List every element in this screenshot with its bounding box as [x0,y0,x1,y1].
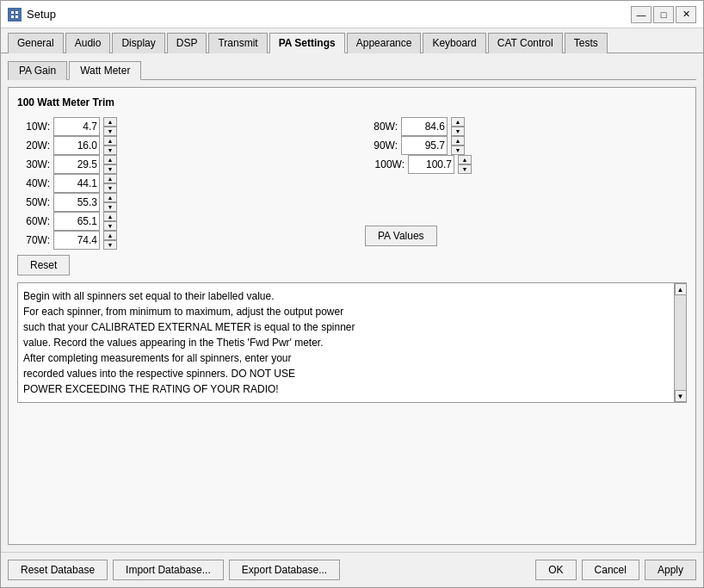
spinner-btns-50w: ▲ ▼ [103,193,117,212]
spinner-label-100w: 100W: [365,158,404,170]
pa-values-button[interactable]: PA Values [365,226,437,246]
instructions-line6: recorded values into the respective spin… [23,368,295,380]
ok-button[interactable]: OK [535,560,576,580]
close-button[interactable]: ✕ [676,6,696,23]
scrollbar-up-btn[interactable]: ▲ [675,283,687,295]
spinner-input-30w[interactable] [53,155,100,174]
watt-meter-panel: 100 Watt Meter Trim 10W: ▲ ▼ 20W: [8,87,696,545]
tab-pa-settings[interactable]: PA Settings [269,33,345,53]
spinners-col1: 10W: ▲ ▼ 20W: ▲ ▼ [17,117,339,250]
spinner-down-100w[interactable]: ▼ [458,164,472,174]
spinner-btns-40w: ▲ ▼ [103,174,117,193]
apply-button[interactable]: Apply [645,560,696,580]
tab-keyboard[interactable]: Keyboard [423,33,485,53]
spinner-row-70w: 70W: ▲ ▼ [17,231,339,250]
tab-audio[interactable]: Audio [65,33,111,53]
sub-tabs: PA Gain Watt Meter [8,60,696,80]
import-database-button[interactable]: Import Database... [113,560,224,580]
svg-rect-0 [9,9,20,20]
spinner-input-80w[interactable] [401,117,448,136]
app-icon [8,8,22,22]
svg-rect-2 [15,11,18,14]
cancel-button[interactable]: Cancel [582,560,639,580]
spinner-input-20w[interactable] [53,136,100,155]
instructions-line3: such that your CALIBRATED EXTERNAL METER… [23,321,355,333]
spinner-up-80w[interactable]: ▲ [451,117,465,127]
spinner-down-20w[interactable]: ▼ [103,145,117,155]
reset-database-button[interactable]: Reset Database [8,560,108,580]
spinner-input-60w[interactable] [53,212,100,231]
spinner-up-90w[interactable]: ▲ [451,136,465,145]
main-window: Setup — □ ✕ General Audio Display DSP Tr… [0,0,704,588]
spinner-up-40w[interactable]: ▲ [103,174,117,183]
tab-appearance[interactable]: Appearance [347,33,422,53]
spinner-down-90w[interactable]: ▼ [451,145,465,155]
spinners-col2: 80W: ▲ ▼ 90W: ▲ ▼ [365,117,687,250]
spinner-down-50w[interactable]: ▼ [103,202,117,212]
spinner-up-10w[interactable]: ▲ [103,117,117,127]
sub-tab-pa-gain[interactable]: PA Gain [8,61,67,80]
spinner-down-30w[interactable]: ▼ [103,164,117,174]
spinner-btns-90w: ▲ ▼ [451,136,465,155]
spinner-label-30w: 30W: [17,158,50,170]
spinner-label-20w: 20W: [17,139,50,152]
minimize-button[interactable]: — [631,6,652,23]
spinner-down-70w[interactable]: ▼ [103,240,117,250]
spinner-input-50w[interactable] [53,193,100,212]
spinner-down-60w[interactable]: ▼ [103,221,117,231]
spinner-input-40w[interactable] [53,174,100,193]
spinner-row-80w: 80W: ▲ ▼ [365,117,687,136]
reset-button[interactable]: Reset [17,255,70,275]
maximize-button[interactable]: □ [653,6,674,23]
tab-tests[interactable]: Tests [565,33,608,53]
tab-cat-control[interactable]: CAT Control [488,33,563,53]
content-area: PA Gain Watt Meter 100 Watt Meter Trim 1… [1,53,703,552]
spinner-btns-80w: ▲ ▼ [451,117,465,136]
spinner-btns-10w: ▲ ▼ [103,117,117,136]
spinner-label-70w: 70W: [17,234,50,246]
panel-title: 100 Watt Meter Trim [17,96,687,108]
spinner-up-20w[interactable]: ▲ [103,136,117,145]
instructions-text: Begin with all spinners set equal to the… [18,283,674,402]
spinner-input-70w[interactable] [53,231,100,250]
spinner-row-50w: 50W: ▲ ▼ [17,193,339,212]
spinner-input-90w[interactable] [401,136,448,155]
spinner-input-10w[interactable] [53,117,100,136]
spinner-btns-100w: ▲ ▼ [458,155,472,174]
spinner-up-70w[interactable]: ▲ [103,231,117,240]
spinner-label-60w: 60W: [17,215,50,227]
sub-tab-watt-meter[interactable]: Watt Meter [69,61,141,80]
main-tabs: General Audio Display DSP Transmit PA Se… [1,28,703,53]
instructions-line1: Begin with all spinners set equal to the… [23,290,275,302]
spinner-btns-20w: ▲ ▼ [103,136,117,155]
spinner-up-60w[interactable]: ▲ [103,212,117,221]
instructions-line2: For each spinner, from minimum to maximu… [23,306,343,318]
spinner-label-80w: 80W: [365,121,398,133]
spinner-down-40w[interactable]: ▼ [103,183,117,193]
spinner-up-100w[interactable]: ▲ [458,155,472,164]
spinner-btns-70w: ▲ ▼ [103,231,117,250]
spinner-up-30w[interactable]: ▲ [103,155,117,164]
spinner-row-100w: 100W: ▲ ▼ [365,155,687,174]
tab-transmit[interactable]: Transmit [208,33,267,53]
instructions-container: Begin with all spinners set equal to the… [17,282,687,403]
spinner-label-90w: 90W: [365,139,398,152]
spinner-row-30w: 30W: ▲ ▼ [17,155,339,174]
spinner-up-50w[interactable]: ▲ [103,193,117,202]
export-database-button[interactable]: Export Database... [229,560,340,580]
instructions-scrollbar[interactable]: ▲ ▼ [674,283,686,402]
scrollbar-down-btn[interactable]: ▼ [675,390,687,402]
svg-rect-3 [11,15,14,18]
tab-display[interactable]: Display [112,33,164,53]
spinner-label-50w: 50W: [17,196,50,208]
svg-rect-4 [15,15,18,18]
spinner-row-90w: 90W: ▲ ▼ [365,136,687,155]
tab-general[interactable]: General [8,33,64,53]
spinner-down-80w[interactable]: ▼ [451,127,465,136]
spinner-input-100w[interactable] [408,155,454,174]
spinners-grid: 10W: ▲ ▼ 20W: ▲ ▼ [17,117,687,250]
spinner-down-10w[interactable]: ▼ [103,127,117,136]
instructions-line5: After completing measurements for all sp… [23,352,291,364]
tab-dsp[interactable]: DSP [167,33,207,53]
scrollbar-track[interactable] [675,295,686,390]
